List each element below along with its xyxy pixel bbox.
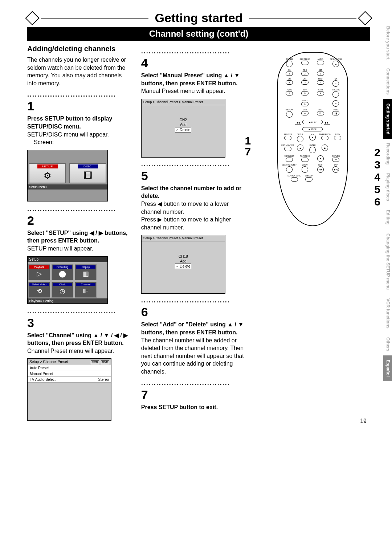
mp2-add: Add xyxy=(175,259,191,264)
step-5-number: 5 xyxy=(141,169,246,183)
step-2-instruction: Select "SETUP" using ◀ / ▶ buttons, then… xyxy=(27,230,128,244)
divider-dots: ................................... xyxy=(27,307,132,315)
page-subtitle: Channel setting (cont'd) xyxy=(27,27,370,41)
btn-dpad-right: ▶ xyxy=(319,144,331,151)
divider-dots: ................................... xyxy=(27,205,132,213)
btn-ch-up: CH▲ xyxy=(330,78,342,87)
btn-3: DEF3 xyxy=(314,69,327,76)
step-2-number: 2 xyxy=(27,213,132,228)
btn-rec-otr: REC/OTR xyxy=(282,134,294,140)
divider-dots: ................................... xyxy=(141,379,246,387)
btn-5: JKL5 xyxy=(299,78,311,85)
mp2-channel: CH18 xyxy=(175,254,191,259)
page-header: Getting started Channel setting (cont'd) xyxy=(27,11,370,41)
btn-stop: ■ STOP xyxy=(306,127,319,131)
column-right: 1 7 2 3 4 5 6 POWER REC SPEED AUDIO OPEN… xyxy=(255,45,370,421)
btn-2: ABC2 xyxy=(299,69,311,76)
tile-setup: SETUP ⚙ xyxy=(29,163,66,183)
tab-espanol[interactable]: Español xyxy=(383,355,392,381)
tab-playing-discs[interactable]: Playing discs xyxy=(383,169,392,205)
step-5-instruction: Select the channel number to add or dele… xyxy=(141,185,242,199)
page-title: Getting started xyxy=(152,11,246,25)
tag-dvd: DVD xyxy=(101,360,109,364)
tag-vcr: VCR xyxy=(91,360,99,364)
screen-setup-disc-footer: Setup Menu xyxy=(28,184,107,190)
step-1-body: SETUP/DISC menu will appear. xyxy=(27,131,109,138)
step-4-number: 4 xyxy=(141,56,246,70)
mp2-breadcrumb: Setup > Channel Preset > Manual Preset xyxy=(142,235,225,241)
btn-blank3 xyxy=(331,144,344,149)
tile-recording: Recording⬤ xyxy=(52,264,73,280)
btn-open-close: OPEN/CLOSE▲ xyxy=(330,58,342,67)
mp1-channel: CH2 xyxy=(175,118,191,122)
step-6-instruction: Select "Add" or "Delete" using ▲ / ▼ but… xyxy=(141,321,244,335)
channel-preset-breadcrumb: Setup > Channel Preset xyxy=(29,360,68,364)
tab-before-you-start[interactable]: Before you start xyxy=(383,22,392,64)
step-4-body: Manual Preset menu will appear. xyxy=(141,88,225,94)
btn-zoom: ZOOM xyxy=(299,164,311,173)
callout-3: 3 xyxy=(374,159,380,171)
mp1-breadcrumb: Setup > Channel Preset > Manual Preset xyxy=(142,99,225,105)
tab-vcr-functions[interactable]: VCR functions xyxy=(383,294,392,333)
screen-setup-menu-footer: Playback Setting xyxy=(28,298,107,304)
step-2-body: SETUP menu will appear. xyxy=(27,245,93,252)
preset-row-tv-audio: TV Audio SelectStereo xyxy=(28,377,111,383)
btn-top-menu: TOP MENU xyxy=(299,155,311,162)
btn-9: WXYZ9 xyxy=(314,89,327,95)
btn-display: DISPLAY xyxy=(283,109,295,118)
callout-7: 7 xyxy=(245,146,251,158)
tab-connections[interactable]: Connections xyxy=(383,64,392,99)
section-heading: Adding/deleting channels xyxy=(27,45,132,53)
mp1-delete: Delete xyxy=(175,127,191,133)
btn-skip-back: SKIP|◀◀ xyxy=(314,164,327,173)
callout-2: 2 xyxy=(374,146,380,159)
preset-row-auto: Auto Preset xyxy=(28,365,111,371)
tile-playback: Playback▷ xyxy=(28,264,50,280)
intro-text: The channels you no longer receive or se… xyxy=(27,56,132,87)
divider-dots: ................................... xyxy=(27,91,132,98)
step-6-body: The channel number will be added or dele… xyxy=(141,337,244,375)
btn-cm-skip: CM SKIP xyxy=(303,175,315,182)
btn-ff: ▶▶ xyxy=(321,120,333,125)
btn-dpad-left: ◀ xyxy=(294,144,306,151)
decor-diamond-left xyxy=(25,11,40,25)
mp2-delete: Delete xyxy=(175,264,191,269)
btn-vcr: VCR∞ xyxy=(299,109,311,115)
step-1-instruction: Press SETUP button to display SETUP/DISC… xyxy=(27,115,112,130)
tab-recording[interactable]: Recording xyxy=(383,139,392,169)
tab-changing-setup[interactable]: Changing the SETUP menu xyxy=(383,229,392,294)
btn-search-mode: SEARCH MODE xyxy=(288,175,301,182)
page-number: 19 xyxy=(360,418,367,424)
divider-dots: ................................... xyxy=(141,160,246,168)
tab-editing[interactable]: Editing xyxy=(383,205,392,229)
screen-setup-menu: Setup Playback▷ Recording⬤ Display▥ Sele… xyxy=(27,256,108,304)
screen-manual-preset-2: Setup > Channel Preset > Manual Preset C… xyxy=(141,235,225,294)
decor-rule-right xyxy=(249,18,356,19)
divider-dots: ................................... xyxy=(141,48,246,55)
btn-rec-monitor: REC MONITOR xyxy=(282,144,294,151)
btn-rec-speed: REC SPEED xyxy=(299,58,311,65)
btn-video-tv: VIDEO/TV xyxy=(330,89,342,98)
tile-display: Display▥ xyxy=(75,264,97,280)
btn-power: POWER xyxy=(283,58,295,67)
tab-others[interactable]: Others xyxy=(383,333,392,356)
step-1-number: 1 xyxy=(27,99,132,113)
step-6-number: 6 xyxy=(141,305,246,319)
step-7-number: 7 xyxy=(141,388,246,402)
preset-row-manual: Manual Preset xyxy=(28,371,111,377)
decor-rule-left xyxy=(41,18,148,19)
screen-setup-menu-title: Setup xyxy=(28,257,107,262)
btn-blank xyxy=(283,100,295,104)
callout-1: 1 xyxy=(245,135,251,147)
callout-4: 4 xyxy=(374,171,380,183)
screen-channel-preset: Setup > Channel Preset VCR DVD Auto Pres… xyxy=(27,358,111,421)
step-1-indent: Screen: xyxy=(27,138,132,146)
btn-setup: SETUP xyxy=(294,134,306,142)
step-7-instruction: Press SETUP button to exit. xyxy=(141,404,218,410)
tab-getting-started[interactable]: Getting started xyxy=(383,99,392,139)
btn-7: PQRS7 xyxy=(283,89,295,95)
btn-play: ▶ PLAY xyxy=(306,120,319,124)
column-left: Adding/deleting channels The channels yo… xyxy=(27,45,132,421)
column-middle: ................................... 4 Se… xyxy=(141,45,246,421)
screen-setup-disc: SETUP ⚙ DISC 🎞 Setup Menu xyxy=(27,150,108,201)
